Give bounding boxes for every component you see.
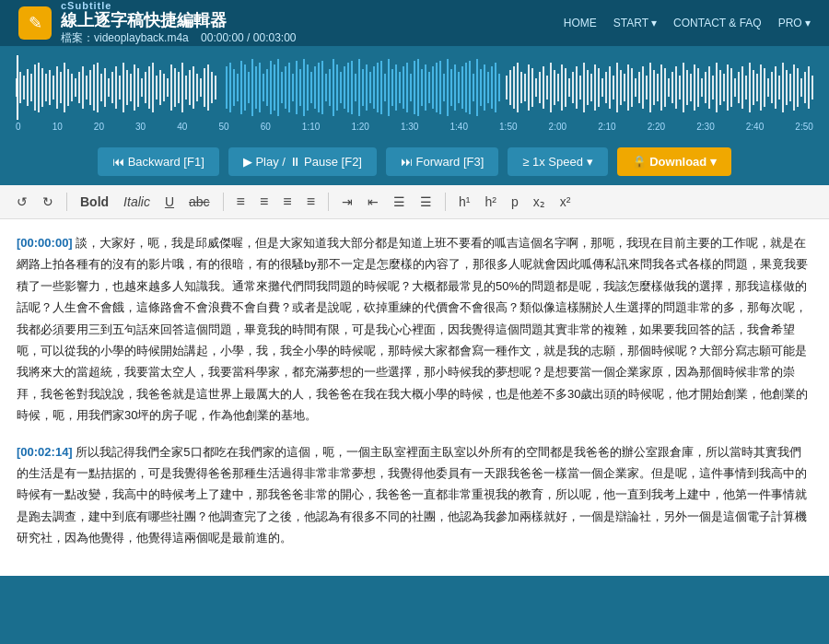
svg-rect-76 bbox=[299, 69, 301, 106]
svg-rect-106 bbox=[410, 74, 412, 101]
svg-rect-25 bbox=[104, 68, 106, 107]
h1-button[interactable]: h¹ bbox=[453, 192, 475, 212]
mark-250: 2:50 bbox=[795, 122, 812, 132]
timestamp-2: [00:02:14] bbox=[17, 445, 73, 459]
svg-rect-100 bbox=[388, 59, 390, 116]
svg-rect-77 bbox=[303, 59, 305, 116]
svg-rect-153 bbox=[587, 70, 589, 105]
svg-rect-214 bbox=[811, 76, 813, 100]
svg-rect-141 bbox=[543, 66, 544, 109]
mark-30: 30 bbox=[135, 122, 146, 132]
toolbar-sep-1 bbox=[66, 193, 67, 211]
list-ol-button[interactable]: ☰ bbox=[414, 192, 438, 212]
svg-rect-172 bbox=[657, 74, 659, 101]
download-button[interactable]: 🔒 Download ▾ bbox=[617, 147, 731, 176]
mark-140: 1:40 bbox=[450, 122, 468, 132]
indent-button[interactable]: ⇥ bbox=[336, 192, 358, 212]
nav-pro[interactable]: PRO ▾ bbox=[778, 17, 811, 29]
waveform-svg bbox=[14, 55, 815, 120]
redo-button[interactable]: ↻ bbox=[37, 192, 59, 212]
svg-rect-46 bbox=[181, 63, 183, 112]
svg-rect-168 bbox=[642, 66, 644, 109]
svg-rect-64 bbox=[255, 66, 257, 109]
speed-button[interactable]: ≥ 1x Speed ▾ bbox=[508, 147, 607, 176]
svg-rect-166 bbox=[635, 78, 636, 97]
nav-start[interactable]: START ▾ bbox=[613, 17, 657, 29]
svg-rect-144 bbox=[554, 70, 555, 105]
svg-rect-114 bbox=[439, 61, 441, 114]
svg-rect-21 bbox=[89, 70, 91, 105]
outdent-button[interactable]: ⇤ bbox=[362, 192, 384, 212]
svg-rect-22 bbox=[93, 64, 95, 111]
svg-rect-180 bbox=[686, 70, 688, 105]
nav-home[interactable]: HOME bbox=[564, 17, 597, 29]
mark-200: 2:00 bbox=[549, 122, 566, 132]
svg-rect-50 bbox=[196, 74, 198, 101]
svg-rect-200 bbox=[760, 64, 762, 111]
svg-rect-209 bbox=[793, 64, 795, 111]
app-logo: ✎ bbox=[18, 6, 52, 40]
list-ul-button[interactable]: ☰ bbox=[388, 192, 411, 212]
svg-rect-43 bbox=[170, 64, 172, 111]
h2-button[interactable]: h² bbox=[479, 192, 501, 212]
svg-rect-44 bbox=[174, 68, 176, 107]
strikethrough-button[interactable]: abc bbox=[183, 192, 216, 212]
editor-paragraph-1: [00:00:00] 談，大家好，呃，我是邱威傑喔，但是大家知道我大部分都是知道… bbox=[17, 232, 812, 427]
svg-rect-107 bbox=[414, 61, 415, 114]
svg-rect-199 bbox=[756, 74, 758, 101]
svg-rect-80 bbox=[314, 66, 316, 109]
subscript-button[interactable]: x₂ bbox=[528, 192, 551, 212]
svg-rect-37 bbox=[148, 66, 150, 109]
svg-rect-183 bbox=[697, 68, 699, 107]
svg-rect-185 bbox=[705, 72, 706, 103]
mark-230: 2:30 bbox=[696, 122, 714, 132]
superscript-button[interactable]: x² bbox=[555, 192, 577, 212]
align-justify-button[interactable]: ≡ bbox=[301, 191, 321, 213]
bold-button[interactable]: Bold bbox=[75, 192, 114, 212]
editor-area[interactable]: [00:00:00] 談，大家好，呃，我是邱威傑喔，但是大家知道我大部分都是知道… bbox=[0, 219, 829, 576]
svg-rect-87 bbox=[340, 72, 342, 103]
svg-rect-51 bbox=[200, 78, 202, 97]
svg-rect-161 bbox=[616, 63, 618, 112]
svg-rect-135 bbox=[520, 72, 522, 103]
svg-rect-204 bbox=[775, 66, 776, 109]
time-display: 00:00:00 / 00:03:00 bbox=[201, 31, 296, 44]
svg-rect-155 bbox=[594, 64, 596, 111]
svg-rect-90 bbox=[351, 61, 353, 114]
svg-rect-187 bbox=[712, 76, 714, 100]
mark-240: 2:40 bbox=[746, 122, 764, 132]
italic-button[interactable]: Italic bbox=[118, 192, 156, 212]
svg-rect-42 bbox=[167, 78, 169, 97]
svg-rect-131 bbox=[506, 76, 508, 100]
underline-button[interactable]: U bbox=[159, 192, 180, 212]
svg-rect-213 bbox=[808, 66, 810, 109]
svg-rect-62 bbox=[248, 72, 250, 103]
svg-rect-67 bbox=[266, 69, 268, 106]
forward-button[interactable]: ⏭ Forward [F3] bbox=[386, 147, 498, 176]
play-pause-button[interactable]: ▶ Play / ⏸ Pause [F2] bbox=[228, 147, 377, 176]
align-right-button[interactable]: ≡ bbox=[277, 191, 297, 213]
svg-rect-83 bbox=[325, 74, 327, 101]
svg-rect-186 bbox=[708, 66, 710, 109]
mark-40: 40 bbox=[177, 122, 187, 132]
svg-rect-69 bbox=[274, 64, 275, 111]
svg-rect-173 bbox=[660, 64, 662, 111]
svg-rect-208 bbox=[789, 74, 791, 101]
p-button[interactable]: p bbox=[506, 192, 524, 212]
svg-rect-157 bbox=[601, 78, 603, 97]
svg-rect-109 bbox=[421, 69, 423, 106]
svg-rect-191 bbox=[727, 64, 729, 111]
backward-button[interactable]: ⏮ Backward [F1] bbox=[98, 147, 219, 176]
align-center-button[interactable]: ≡ bbox=[254, 191, 274, 213]
svg-rect-23 bbox=[97, 63, 99, 112]
nav-contact[interactable]: CONTACT & FAQ bbox=[673, 17, 762, 29]
mark-210: 2:10 bbox=[598, 122, 615, 132]
svg-rect-94 bbox=[366, 64, 368, 111]
mark-220: 2:20 bbox=[648, 122, 665, 132]
controls-bar: ⏮ Backward [F1] ▶ Play / ⏸ Pause [F2] ⏭ … bbox=[0, 138, 829, 185]
align-left-button[interactable]: ≡ bbox=[231, 191, 251, 213]
undo-button[interactable]: ↺ bbox=[11, 192, 33, 212]
svg-rect-198 bbox=[753, 70, 754, 105]
svg-rect-154 bbox=[590, 74, 592, 101]
waveform-canvas[interactable] bbox=[14, 55, 815, 120]
